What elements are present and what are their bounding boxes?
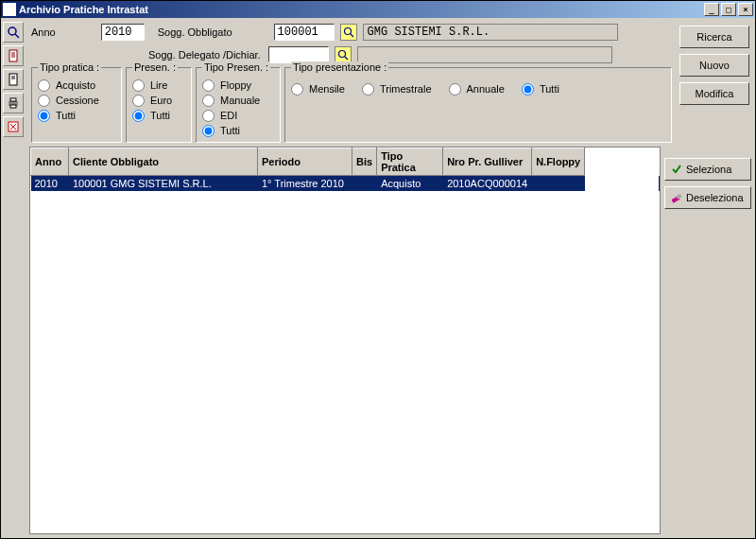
radio-trimestrale-label: Trimestrale [380, 83, 432, 95]
minimize-button[interactable]: _ [704, 3, 719, 16]
sogg-obbl-input[interactable] [274, 24, 335, 41]
sogg-deleg-name [357, 46, 612, 63]
svg-line-16 [345, 57, 348, 60]
radio-acquisto-label: Acquisto [56, 79, 95, 91]
svg-point-0 [9, 27, 16, 35]
radio-tpz-tutti[interactable] [522, 83, 534, 96]
anno-label: Anno [31, 26, 56, 38]
tool-export-icon[interactable] [3, 116, 24, 137]
radio-edi-label: EDI [220, 110, 237, 121]
tool-print-icon[interactable] [3, 93, 24, 113]
group-tipo-presen: Floppy Manuale EDI Tutti [196, 67, 281, 143]
seleziona-button[interactable]: Seleziona [664, 158, 751, 181]
client-area: Anno Sogg. Obbligato GMG SISTEMI S.R.L. … [1, 18, 755, 538]
radio-tpr-tutti-label: Tutti [220, 125, 240, 136]
svg-line-14 [351, 34, 353, 37]
table-row[interactable]: 2010 100001 GMG SISTEMI S.R.L. 1° Trimes… [31, 176, 660, 192]
sogg-obbl-search-icon[interactable] [340, 24, 357, 41]
radio-tp-tutti-label: Tutti [56, 110, 76, 121]
radio-lire[interactable] [132, 79, 145, 92]
group-row: Acquisto Cessione Tutti Lire Euro Tutti … [27, 65, 676, 145]
col-cliente[interactable]: Cliente Obbligato [69, 148, 258, 176]
eraser-icon [671, 192, 682, 203]
app-icon [3, 3, 16, 16]
sogg-obbl-name: GMG SISTEMI S.R.L. [363, 24, 618, 41]
svg-point-15 [338, 51, 345, 58]
radio-pr-tutti[interactable] [132, 110, 145, 122]
svg-rect-6 [9, 74, 17, 85]
radio-annuale[interactable] [449, 83, 461, 96]
radio-tp-tutti[interactable] [38, 110, 50, 122]
top-filter-block: Anno Sogg. Obbligato GMG SISTEMI S.R.L. … [27, 20, 753, 145]
radio-mensile[interactable] [291, 83, 303, 96]
radio-euro[interactable] [132, 95, 145, 107]
radio-manuale[interactable] [202, 95, 215, 107]
group-tipo-pratica: Acquisto Cessione Tutti [31, 67, 122, 143]
group-tipo-presentazione: Mensile Trimestrale Annuale Tutti [284, 67, 672, 143]
ricerca-button[interactable]: Ricerca [679, 26, 749, 48]
radio-euro-label: Euro [150, 95, 172, 106]
check-icon [671, 164, 682, 175]
radio-cessione[interactable] [38, 95, 50, 107]
filter-row-1: Anno Sogg. Obbligato GMG SISTEMI S.R.L. [27, 20, 676, 43]
svg-rect-10 [10, 98, 16, 101]
svg-rect-2 [9, 50, 17, 61]
action-buttons: Ricerca Nuovo Modifica [676, 20, 753, 145]
col-periodo[interactable]: Periodo [258, 148, 352, 176]
col-nfloppy[interactable]: N.Floppy [532, 148, 585, 176]
nuovo-button[interactable]: Nuovo [679, 54, 749, 77]
left-toolbar [3, 20, 27, 536]
radio-cessione-label: Cessione [56, 95, 99, 106]
grid-header-row: Anno Cliente Obbligato Periodo Bis Tipo … [31, 148, 660, 176]
selection-buttons: Seleziona Deseleziona [664, 147, 751, 534]
tool-document-icon[interactable] [3, 45, 24, 66]
svg-line-1 [15, 34, 19, 38]
svg-rect-11 [10, 105, 16, 108]
radio-lire-label: Lire [150, 79, 167, 91]
col-nro[interactable]: Nro Pr. Gulliver [443, 148, 532, 176]
sogg-deleg-label: Sogg. Delegato /Dichiar. [148, 49, 261, 61]
radio-trimestrale[interactable] [362, 83, 374, 96]
tool-edit-icon[interactable] [3, 69, 24, 90]
anno-input[interactable] [101, 24, 145, 41]
radio-mensile-label: Mensile [309, 83, 345, 95]
app-window: Archivio Pratiche Intrastat _ □ × [0, 0, 756, 539]
sogg-obbl-label: Sogg. Obbligato [158, 26, 232, 38]
maximize-button[interactable]: □ [721, 3, 736, 16]
modifica-button[interactable]: Modifica [679, 82, 749, 105]
tool-search-icon[interactable] [3, 22, 24, 43]
radio-tpr-tutti[interactable] [202, 125, 215, 137]
radio-annuale-label: Annuale [467, 83, 505, 95]
radio-pr-tutti-label: Tutti [150, 110, 170, 121]
main-column: Anno Sogg. Obbligato GMG SISTEMI S.R.L. … [27, 20, 753, 536]
radio-acquisto[interactable] [38, 79, 50, 92]
window-title: Archivio Pratiche Intrastat [19, 4, 702, 15]
radio-tpz-tutti-label: Tutti [540, 83, 559, 95]
grid-area: Anno Cliente Obbligato Periodo Bis Tipo … [27, 145, 753, 536]
radio-floppy-label: Floppy [220, 79, 251, 91]
close-button[interactable]: × [738, 3, 753, 16]
radio-manuale-label: Manuale [220, 95, 260, 106]
col-bis[interactable]: Bis [352, 148, 377, 176]
col-anno[interactable]: Anno [31, 148, 69, 176]
group-presen: Lire Euro Tutti [126, 67, 192, 143]
titlebar: Archivio Pratiche Intrastat _ □ × [1, 1, 755, 18]
grid[interactable]: Anno Cliente Obbligato Periodo Bis Tipo … [29, 147, 661, 534]
deseleziona-button[interactable]: Deseleziona [664, 186, 751, 209]
radio-floppy[interactable] [202, 79, 215, 92]
svg-point-13 [344, 28, 351, 35]
radio-edi[interactable] [202, 110, 215, 122]
col-tipo[interactable]: Tipo Pratica [377, 148, 443, 176]
